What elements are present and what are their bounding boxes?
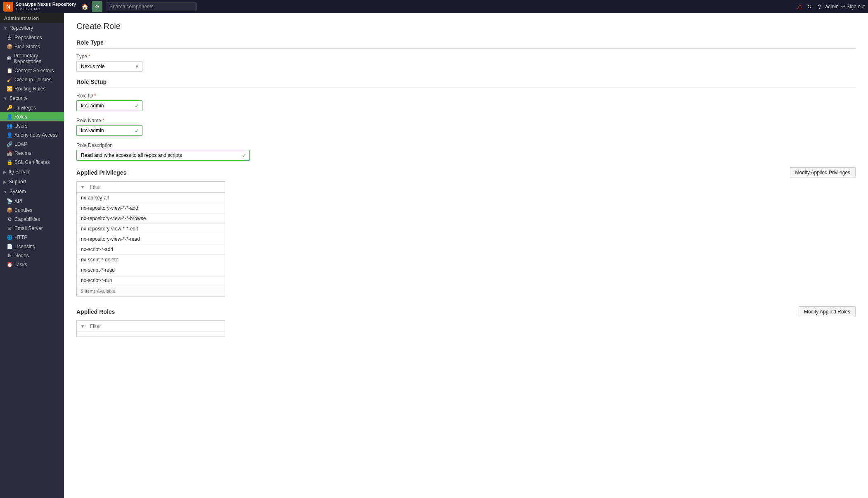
settings-icon[interactable]: ⚙ xyxy=(92,1,102,12)
sidebar-item-ssl-certificates[interactable]: 🔒 SSL Certificates xyxy=(0,158,64,167)
role-desc-input-container: ✓ xyxy=(76,150,250,161)
privilege-footer: 9 Items Available xyxy=(77,286,225,296)
role-id-label: Role ID * xyxy=(76,93,856,99)
app-name: Sonatype Nexus Repository xyxy=(16,2,76,7)
app-version: OSS 3.70.3-01 xyxy=(16,7,76,12)
roles-list: ▼ xyxy=(76,320,225,337)
sidebar-item-users[interactable]: 👥 Users xyxy=(0,121,64,130)
repositories-label: Repositories xyxy=(14,35,42,40)
signout-label: Sign out xyxy=(847,4,865,9)
role-id-required-star: * xyxy=(94,93,96,99)
bundles-icon: 📦 xyxy=(7,207,12,213)
sidebar-item-routing-rules[interactable]: 🔀 Routing Rules xyxy=(0,84,64,93)
sidebar-item-blob-stores[interactable]: 📦 Blob Stores xyxy=(0,42,64,51)
sidebar-item-bundles[interactable]: 📦 Bundles xyxy=(0,206,64,215)
sidebar-item-email-server[interactable]: ✉ Email Server xyxy=(0,224,64,233)
arrow-icon: ▶ xyxy=(3,180,7,184)
tasks-label: Tasks xyxy=(14,262,27,268)
blob-stores-label: Blob Stores xyxy=(14,44,40,50)
sidebar-item-proprietary-repos[interactable]: 🏛 Proprietary Repositories xyxy=(0,51,64,66)
http-label: HTTP xyxy=(14,235,27,240)
roles-filter-input[interactable] xyxy=(90,323,221,329)
role-name-input[interactable] xyxy=(76,125,142,136)
privilege-item-1[interactable]: nx-apikey-all xyxy=(77,193,225,203)
privilege-item-5[interactable]: nx-repository-view-*-*-read xyxy=(77,234,225,244)
sidebar-section-header-support[interactable]: ▶ Support xyxy=(0,177,64,187)
filter-icon: ▼ xyxy=(80,184,85,190)
alert-icon[interactable]: ⚠ xyxy=(797,3,803,11)
page-title: Create Role xyxy=(76,21,856,31)
content-area: Create Role Role Type Type * Nexus role … xyxy=(64,13,868,498)
realms-label: Realms xyxy=(14,150,31,156)
applied-roles-header: Applied Roles Modify Applied Roles xyxy=(76,306,856,317)
system-section-label: System xyxy=(9,189,26,194)
privilege-item-6[interactable]: nx-script-*-add xyxy=(77,244,225,255)
iq-server-section-label: IQ Server xyxy=(9,169,30,175)
sidebar-section-support: ▶ Support xyxy=(0,177,64,187)
users-icon: 👥 xyxy=(7,123,12,129)
role-id-input[interactable] xyxy=(76,100,142,111)
ldap-label: LDAP xyxy=(14,141,27,147)
sidebar-item-roles[interactable]: 👤 Roles xyxy=(0,112,64,121)
sidebar-section-header-security[interactable]: ▼ Security xyxy=(0,93,64,103)
privilege-list: ▼ nx-apikey-all nx-repository-view-*-*-a… xyxy=(76,181,225,296)
role-id-check-icon: ✓ xyxy=(135,103,139,109)
realms-icon: 🏰 xyxy=(7,150,12,156)
sidebar-section-system: ▼ System 📡 API 📦 Bundles ⚙ Capabilities … xyxy=(0,187,64,269)
modify-roles-button[interactable]: Modify Applied Roles xyxy=(799,306,856,317)
role-desc-label-text: Role Description xyxy=(76,142,113,148)
role-desc-input[interactable] xyxy=(76,150,250,161)
privilege-item-8[interactable]: nx-script-*-read xyxy=(77,265,225,275)
role-name-label-text: Role Name xyxy=(76,118,101,123)
role-name-input-container: ✓ xyxy=(76,125,142,136)
sidebar-item-privileges[interactable]: 🔑 Privileges xyxy=(0,103,64,112)
modify-privileges-button[interactable]: Modify Applied Privileges xyxy=(790,167,856,178)
sidebar-item-api[interactable]: 📡 API xyxy=(0,197,64,206)
privilege-item-4[interactable]: nx-repository-view-*-*-edit xyxy=(77,224,225,234)
sidebar-section-header-system[interactable]: ▼ System xyxy=(0,187,64,197)
help-icon[interactable]: ? xyxy=(816,2,823,11)
sidebar-item-anonymous-access[interactable]: 👤 Anonymous Access xyxy=(0,130,64,140)
refresh-icon[interactable]: ↻ xyxy=(805,2,813,11)
user-label[interactable]: admin xyxy=(825,4,839,9)
sidebar-item-ldap[interactable]: 🔗 LDAP xyxy=(0,140,64,149)
role-id-label-text: Role ID xyxy=(76,93,93,99)
signout-button[interactable]: ↩ Sign out xyxy=(841,4,865,9)
content-selectors-icon: 📋 xyxy=(7,68,12,74)
sidebar-item-http[interactable]: 🌐 HTTP xyxy=(0,233,64,242)
role-id-field-group: Role ID * ✓ xyxy=(76,93,856,111)
anonymous-access-icon: 👤 xyxy=(7,132,12,138)
home-icon[interactable]: 🏠 xyxy=(79,1,90,12)
sidebar-item-cleanup-policies[interactable]: 🧹 Cleanup Policies xyxy=(0,75,64,84)
sidebar-item-capabilities[interactable]: ⚙ Capabilities xyxy=(0,215,64,224)
sidebar-section-iq-server: ▶ IQ Server xyxy=(0,167,64,177)
search-input[interactable] xyxy=(106,2,197,11)
role-setup-section: Role Setup Role ID * ✓ Role Name * xyxy=(76,78,856,161)
api-icon: 📡 xyxy=(7,198,12,204)
privilege-item-2[interactable]: nx-repository-view-*-*-add xyxy=(77,203,225,213)
sidebar-section-security: ▼ Security 🔑 Privileges 👤 Roles 👥 Users … xyxy=(0,93,64,167)
sidebar-section-header-repository[interactable]: ▼ Repository xyxy=(0,23,64,33)
nodes-icon: 🖥 xyxy=(7,253,12,258)
privilege-item-3[interactable]: nx-repository-view-*-*-browse xyxy=(77,213,225,224)
type-select[interactable]: Nexus role External Role Mapping xyxy=(76,61,142,72)
privilege-filter-row: ▼ xyxy=(77,182,225,193)
sidebar-item-realms[interactable]: 🏰 Realms xyxy=(0,149,64,158)
role-desc-field-group: Role Description ✓ xyxy=(76,142,856,161)
ldap-icon: 🔗 xyxy=(7,141,12,147)
admin-label: Administration xyxy=(0,13,64,23)
sidebar-item-content-selectors[interactable]: 📋 Content Selectors xyxy=(0,66,64,75)
sidebar-item-nodes[interactable]: 🖥 Nodes xyxy=(0,251,64,260)
privilege-filter-input[interactable] xyxy=(90,184,221,190)
privilege-item-9[interactable]: nx-script-*-run xyxy=(77,275,225,286)
applied-roles-section: Applied Roles Modify Applied Roles ▼ xyxy=(76,306,856,337)
sidebar-item-repositories[interactable]: 🗄 Repositories xyxy=(0,33,64,42)
sidebar: Administration ▼ Repository 🗄 Repositori… xyxy=(0,13,64,498)
role-desc-check-icon: ✓ xyxy=(242,152,247,159)
routing-rules-label: Routing Rules xyxy=(14,86,45,92)
sidebar-section-header-iq-server[interactable]: ▶ IQ Server xyxy=(0,167,64,177)
privilege-item-7[interactable]: nx-script-*-delete xyxy=(77,255,225,265)
sidebar-item-licensing[interactable]: 📄 Licensing xyxy=(0,242,64,251)
logo-text: Sonatype Nexus Repository OSS 3.70.3-01 xyxy=(16,2,76,12)
sidebar-item-tasks[interactable]: ⏰ Tasks xyxy=(0,260,64,269)
